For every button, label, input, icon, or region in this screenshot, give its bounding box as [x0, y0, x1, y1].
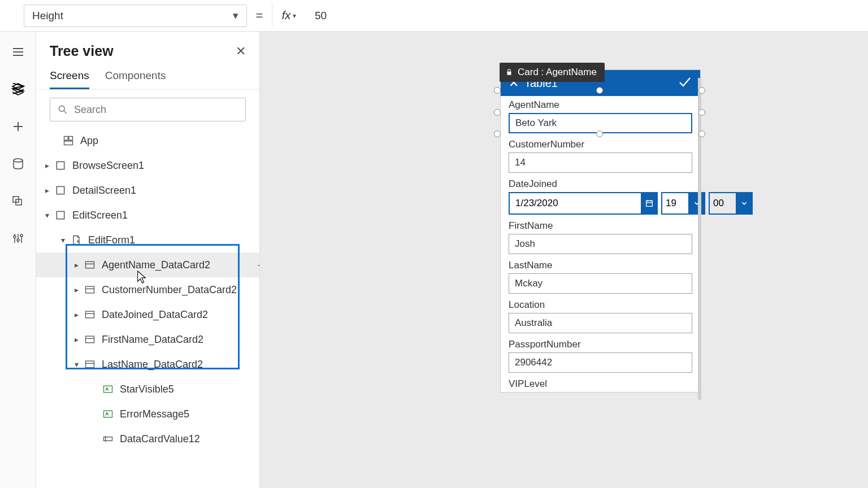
tree-item-label: BrowseScreen1 — [72, 160, 144, 172]
input-minute[interactable]: 00 — [709, 192, 736, 215]
label-icon — [102, 383, 114, 395]
svg-rect-22 — [86, 262, 94, 268]
tree-item-firstname-card[interactable]: ▸ FirstName_DataCard2 — [36, 327, 259, 352]
card-icon — [84, 333, 96, 346]
chevron-down-icon: ▾ — [71, 360, 81, 369]
tree-item-label: DateJoined_DataCard2 — [102, 309, 208, 321]
chevron-down-icon: ▾ — [293, 12, 296, 20]
tree-item-label: LastName_DataCard2 — [102, 359, 203, 371]
screen-icon — [54, 159, 67, 172]
property-selector[interactable]: Height ▾ — [24, 5, 247, 27]
calendar-icon[interactable] — [641, 192, 658, 215]
chevron-right-icon: ▸ — [42, 161, 52, 170]
tools-icon[interactable] — [10, 230, 26, 246]
tree-item-lastname-card[interactable]: ▾ LastName_DataCard2 — [36, 352, 259, 377]
fx-button[interactable]: fx▾ — [272, 5, 301, 27]
tree-view-title: Tree view — [50, 43, 114, 59]
chevron-down-icon: ▾ — [58, 236, 68, 245]
chevron-right-icon: ▸ — [71, 260, 81, 269]
svg-rect-26 — [86, 311, 94, 318]
svg-rect-36 — [646, 201, 653, 206]
tree-item-customernumber-card[interactable]: ▸ CustomerNumber_DataCard2 — [36, 277, 259, 302]
svg-rect-18 — [64, 141, 73, 145]
data-icon[interactable] — [10, 156, 26, 172]
equals-label: = — [254, 8, 265, 23]
chevron-right-icon: ▸ — [42, 186, 52, 195]
tree-item-label: EditForm1 — [88, 234, 135, 246]
input-location[interactable] — [509, 313, 692, 333]
insert-icon[interactable] — [10, 119, 26, 134]
property-name: Height — [32, 10, 63, 22]
tree-item-agentname-card[interactable]: ▸ AgentName_DataCard2 ⋯ — [36, 252, 259, 277]
card-icon — [84, 259, 96, 271]
tab-screens[interactable]: Screens — [50, 66, 89, 89]
svg-point-14 — [59, 106, 64, 111]
input-agentname[interactable] — [509, 113, 692, 133]
tree-item-label: DetailScreen1 — [72, 185, 136, 197]
tree-view-icon[interactable] — [10, 81, 26, 97]
tree-item-label: EditScreen1 — [72, 210, 128, 221]
screen-icon — [54, 209, 67, 221]
chevron-down-icon: ▾ — [42, 211, 52, 220]
tree-item-datacardvalue[interactable]: DataCardValue12 — [36, 426, 259, 451]
card-icon — [84, 308, 96, 321]
tree-item-label: App — [80, 135, 98, 147]
chevron-down-icon[interactable] — [688, 192, 705, 215]
search-field[interactable] — [74, 104, 238, 116]
svg-point-9 — [14, 236, 16, 238]
field-label-datejoined: DateJoined — [509, 178, 692, 190]
search-input[interactable] — [50, 98, 246, 121]
tree-item-label: CustomerNumber_DataCard2 — [102, 284, 237, 296]
svg-point-11 — [17, 239, 19, 241]
media-icon[interactable] — [10, 193, 26, 209]
tree-item-editscreen[interactable]: ▾ EditScreen1 — [36, 203, 259, 228]
input-customernumber[interactable] — [509, 152, 692, 173]
screen-icon — [54, 184, 67, 197]
input-passport[interactable] — [509, 352, 692, 373]
lock-icon — [505, 68, 513, 76]
app-icon — [62, 134, 75, 147]
card-icon — [84, 358, 96, 371]
textinput-icon — [102, 433, 114, 445]
field-label-viplevel: VIPLevel — [509, 378, 692, 390]
form-preview[interactable]: ✕ Table1 AgentName CustomerNumber DateJo… — [500, 69, 701, 393]
input-hour[interactable]: 19 — [661, 192, 688, 215]
chevron-right-icon: ▸ — [71, 335, 81, 344]
input-firstname[interactable] — [509, 234, 692, 254]
hamburger-button[interactable] — [10, 44, 26, 60]
field-label-firstname: FirstName — [509, 220, 692, 232]
chevron-down-icon[interactable] — [736, 192, 753, 215]
tree-item-datejoined-card[interactable]: ▸ DateJoined_DataCard2 — [36, 302, 259, 327]
tree-item-app[interactable]: ▸ App — [36, 128, 259, 153]
tab-components[interactable]: Components — [105, 66, 166, 89]
tree-item-detailscreen[interactable]: ▸ DetailScreen1 — [36, 178, 259, 203]
field-label-location: Location — [509, 299, 692, 311]
tooltip-text: Card : AgentName — [518, 67, 597, 78]
svg-rect-30 — [86, 361, 94, 368]
tree-item-label: DataCardValue12 — [120, 433, 200, 445]
chevron-right-icon: ▸ — [71, 310, 81, 319]
form-icon — [70, 234, 83, 246]
close-icon[interactable]: ✕ — [236, 44, 246, 59]
check-icon[interactable] — [678, 76, 692, 90]
input-date[interactable] — [509, 192, 641, 215]
label-icon — [102, 408, 114, 420]
tree-item-starvisible[interactable]: StarVisible5 — [36, 377, 259, 402]
form-scrollbar[interactable] — [698, 78, 701, 400]
tree-view-panel: Tree view ✕ Screens Components ▸ App ▸ — [36, 32, 260, 488]
canvas[interactable]: Card : AgentName ✕ Table1 AgentName Cust… — [260, 32, 868, 488]
tree-item-browsescreen[interactable]: ▸ BrowseScreen1 — [36, 153, 259, 178]
svg-rect-21 — [57, 211, 64, 219]
field-label-agentname: AgentName — [509, 99, 692, 111]
field-label-passport: PassportNumber — [509, 339, 692, 350]
chevron-right-icon: ▸ — [71, 285, 81, 294]
tree-item-errormessage[interactable]: ErrorMessage5 — [36, 402, 259, 426]
formula-input[interactable] — [308, 5, 868, 27]
selection-tooltip: Card : AgentName — [500, 63, 605, 82]
tree-item-editform[interactable]: ▾ EditForm1 — [36, 228, 259, 252]
field-label-lastname: LastName — [509, 260, 692, 271]
input-lastname[interactable] — [509, 273, 692, 294]
tree-item-label: StarVisible5 — [120, 384, 174, 395]
more-icon[interactable]: ⋯ — [257, 258, 259, 272]
svg-rect-20 — [57, 186, 64, 194]
